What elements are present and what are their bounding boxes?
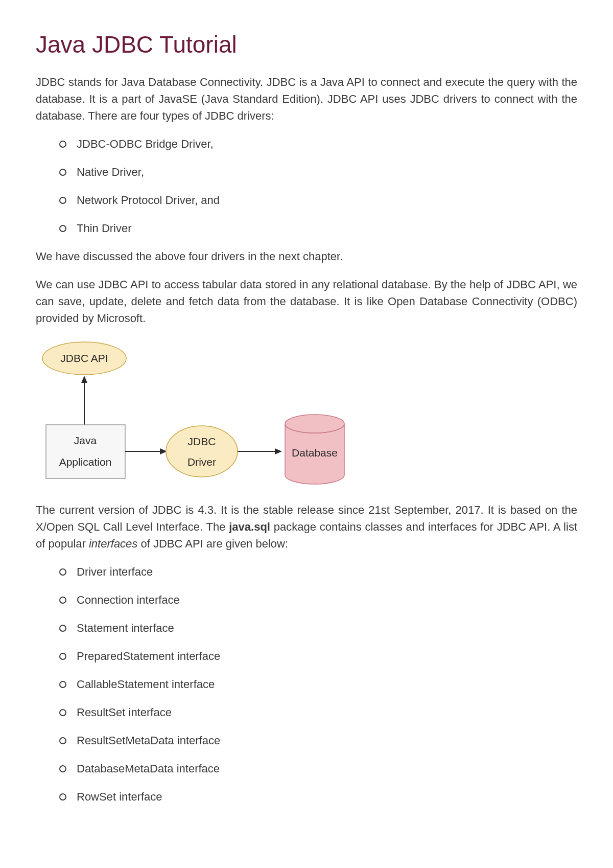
jdbc-api-label: JDBC API bbox=[60, 352, 108, 364]
list-item: Statement interface bbox=[59, 620, 577, 636]
java-app-shape bbox=[46, 425, 125, 478]
list-item: RowSet interface bbox=[59, 788, 577, 805]
list-item: Connection interface bbox=[59, 591, 577, 608]
intro-paragraph: JDBC stands for Java Database Connectivi… bbox=[36, 74, 577, 124]
java-app-label-1: Java bbox=[74, 435, 97, 446]
list-item: ResultSetMetaData interface bbox=[59, 732, 577, 749]
list-item: Driver interface bbox=[59, 563, 577, 580]
list-item: Native Driver, bbox=[59, 164, 577, 180]
interfaces-emphasis: interfaces bbox=[89, 537, 137, 550]
package-name: java.sql bbox=[229, 520, 270, 533]
list-item: Network Protocol Driver, and bbox=[59, 192, 577, 209]
list-item: Thin Driver bbox=[59, 220, 577, 237]
jdbc-driver-shape bbox=[166, 426, 238, 477]
database-label: Database bbox=[292, 447, 338, 459]
list-item: JDBC-ODBC Bridge Driver, bbox=[59, 135, 577, 152]
arrow-head-icon bbox=[275, 448, 282, 454]
next-chapter-paragraph: We have discussed the above four drivers… bbox=[36, 248, 577, 265]
list-item: DatabaseMetaData interface bbox=[59, 760, 577, 777]
list-item: PreparedStatement interface bbox=[59, 648, 577, 665]
interfaces-list: Driver interface Connection interface St… bbox=[59, 563, 577, 805]
jdbc-driver-label-1: JDBC bbox=[188, 436, 216, 447]
drivers-list: JDBC-ODBC Bridge Driver, Native Driver, … bbox=[59, 135, 577, 237]
svg-point-0 bbox=[285, 415, 344, 433]
jdbc-driver-label-2: Driver bbox=[187, 456, 216, 468]
list-item: ResultSet interface bbox=[59, 704, 577, 721]
body-text: of JDBC API are given below: bbox=[137, 537, 288, 550]
java-app-label-2: Application bbox=[59, 456, 112, 468]
jdbc-diagram: JDBC API Java Application JDBC Driver Da… bbox=[36, 338, 363, 486]
arrow-head-icon bbox=[81, 376, 87, 383]
list-item: CallableStatement interface bbox=[59, 676, 577, 693]
version-paragraph: The current version of JDBC is 4.3. It i… bbox=[36, 501, 577, 552]
page-title: Java JDBC Tutorial bbox=[36, 31, 577, 58]
usage-paragraph: We can use JDBC API to access tabular da… bbox=[36, 276, 577, 327]
